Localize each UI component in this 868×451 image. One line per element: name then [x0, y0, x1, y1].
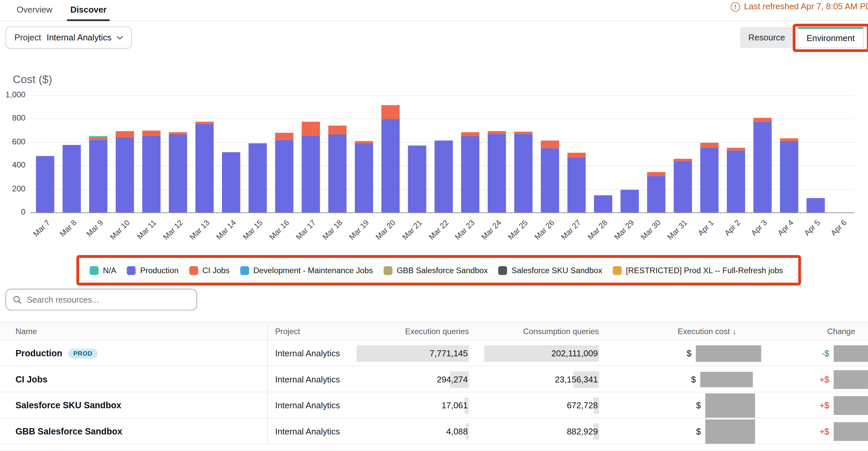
row-project: Internal Analytics	[275, 366, 340, 392]
table-row[interactable]: ProductionPRODInternal Analytics7,771,14…	[0, 341, 868, 366]
environment-button[interactable]: Environment	[798, 27, 864, 48]
bar-segment	[567, 153, 585, 157]
table-row[interactable]: GBB Salesforce SandboxInternal Analytics…	[0, 418, 868, 444]
bar-stack[interactable]	[806, 198, 825, 212]
legend-label: Production	[140, 266, 179, 275]
bar-stack[interactable]	[408, 146, 426, 213]
legend-label: Salesforce SKU Sandbox	[512, 266, 602, 275]
redacted-cost	[696, 345, 761, 362]
row-project: Internal Analytics	[275, 341, 340, 366]
resource-name: CI Jobs	[16, 374, 48, 384]
bar-stack[interactable]	[567, 153, 585, 213]
x-axis-tick-label: Mar 21	[400, 218, 424, 241]
legend-item[interactable]: CI Jobs	[189, 266, 229, 275]
change-prefix: +$	[819, 418, 829, 444]
bar-stack[interactable]	[435, 140, 453, 213]
y-axis-tick-label: 400	[0, 161, 26, 169]
legend-item[interactable]: Salesforce SKU Sandbox	[498, 266, 602, 275]
bar-stack[interactable]	[275, 133, 293, 213]
legend-item[interactable]: Production	[127, 266, 179, 275]
table-header: Name Project Execution queries Consumpti…	[0, 322, 868, 340]
table-body: ProductionPRODInternal Analytics7,771,14…	[0, 341, 868, 444]
legend-item[interactable]: [RESTRICTED] Prod XL -- Full-Refresh job…	[613, 266, 783, 275]
bar-stack[interactable]	[621, 190, 639, 213]
legend-swatch	[90, 266, 99, 275]
x-axis-tick-label: Apr 2	[722, 218, 742, 237]
redacted-change	[834, 345, 868, 362]
bar-stack[interactable]	[674, 159, 692, 213]
cost-chart: 02004006008001,000 Mar 7Mar 8Mar 9Mar 10…	[0, 95, 864, 250]
x-axis-tick-label: Mar 9	[85, 218, 105, 238]
bar-stack[interactable]	[753, 118, 771, 212]
bar-segment	[567, 157, 585, 212]
col-execution-cost[interactable]: Execution cost↓	[678, 323, 736, 341]
bar-stack[interactable]	[594, 195, 612, 212]
bar-stack[interactable]	[143, 130, 161, 213]
bar-segment	[541, 140, 559, 149]
execution-queries-value: 17,061	[442, 392, 468, 419]
col-consumption-queries[interactable]: Consumption queries	[523, 323, 599, 341]
bar-segment	[89, 137, 108, 140]
bar-stack[interactable]	[488, 131, 506, 212]
resource-name: Production	[16, 348, 62, 358]
table-row[interactable]: CI JobsInternal Analytics294,27423,156,3…	[0, 366, 868, 392]
bar-stack[interactable]	[461, 132, 479, 213]
bar-segment	[381, 119, 400, 213]
bar-stack[interactable]	[541, 140, 559, 213]
consumption-queries-value: 23,156,341	[555, 366, 598, 392]
bar-segment	[726, 148, 745, 150]
table-row[interactable]: Salesforce SKU SandboxInternal Analytics…	[0, 392, 868, 419]
bar-stack[interactable]	[780, 138, 798, 212]
bar-stack[interactable]	[89, 136, 108, 213]
bar-segment	[700, 143, 718, 148]
x-axis-tick-label: Mar 20	[373, 218, 397, 241]
col-project[interactable]: Project	[275, 323, 300, 341]
consumption-queries-value: 882,929	[567, 418, 598, 444]
bar-stack[interactable]	[63, 145, 81, 213]
x-axis-tick-label: Mar 24	[480, 218, 503, 241]
bar-stack[interactable]	[328, 126, 346, 213]
y-axis-tick-label: 1,000	[0, 90, 26, 99]
tab-overview[interactable]: Overview	[13, 0, 56, 21]
legend-item[interactable]: N/A	[90, 266, 116, 275]
col-name[interactable]: Name	[16, 323, 37, 341]
legend-label: CI Jobs	[203, 266, 229, 275]
bar-stack[interactable]	[36, 156, 54, 213]
x-axis-line	[30, 213, 854, 213]
bar-stack[interactable]	[195, 122, 214, 212]
last-refreshed-status: ! Last refreshed Apr 7, 8:05 AM PDT	[731, 2, 868, 11]
x-axis-tick-label: Mar 18	[320, 218, 344, 241]
legend-item[interactable]: GBB Salesforce Sandbox	[383, 266, 488, 275]
col-execution-queries[interactable]: Execution queries	[405, 323, 469, 341]
project-selector[interactable]: Project Internal Analytics	[6, 27, 132, 49]
bar-stack[interactable]	[726, 148, 745, 213]
bar-stack[interactable]	[116, 131, 134, 212]
tab-discover[interactable]: Discover	[67, 0, 110, 21]
bar-stack[interactable]	[249, 143, 267, 213]
bar-stack[interactable]	[381, 105, 400, 213]
bar-stack[interactable]	[222, 152, 240, 212]
bar-stack[interactable]	[355, 141, 373, 213]
chevron-down-icon	[117, 36, 123, 40]
redacted-change	[834, 396, 868, 415]
redacted-change	[834, 422, 868, 441]
col-change[interactable]: Change	[827, 323, 856, 341]
bar-segment	[328, 126, 346, 135]
project-selector-value: Internal Analytics	[47, 33, 112, 43]
search-input[interactable]	[27, 295, 190, 304]
bar-stack[interactable]	[647, 172, 665, 212]
sort-desc-icon[interactable]: ↓	[733, 327, 736, 336]
bar-stack[interactable]	[514, 131, 532, 212]
execution-queries-value: 7,771,145	[430, 341, 468, 366]
bar-segment	[249, 143, 267, 213]
bar-segment	[700, 148, 718, 213]
bar-segment	[36, 156, 54, 213]
bar-stack[interactable]	[169, 132, 187, 213]
bar-segment	[514, 134, 532, 212]
row-project: Internal Analytics	[275, 392, 340, 419]
bar-segment	[514, 131, 532, 134]
resource-button[interactable]: Resource	[740, 27, 793, 48]
legend-item[interactable]: Development - Maintenance Jobs	[240, 266, 373, 275]
bar-stack[interactable]	[302, 122, 320, 213]
bar-stack[interactable]	[700, 143, 718, 213]
